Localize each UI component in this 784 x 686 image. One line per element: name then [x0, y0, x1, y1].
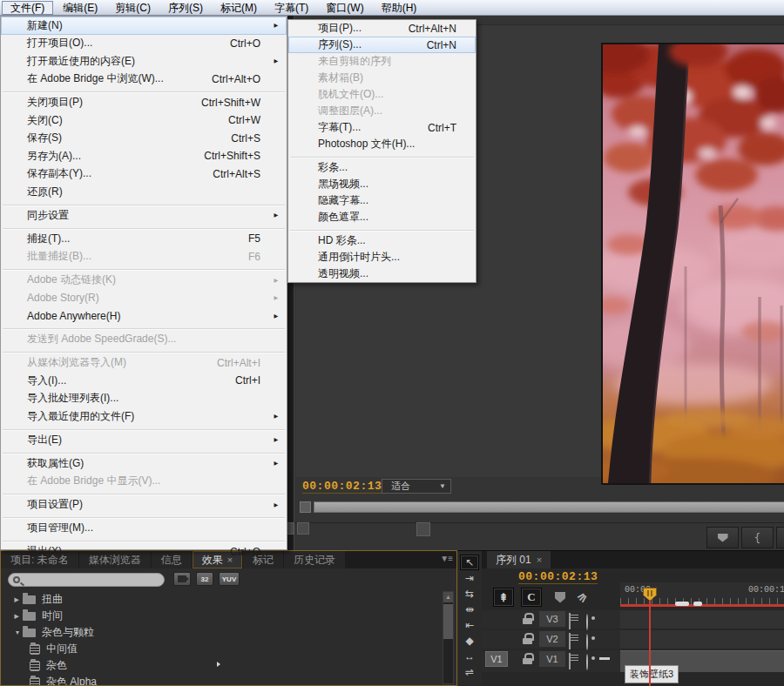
track-output-toggle[interactable]: [586, 635, 588, 650]
track-output-toggle[interactable]: [586, 655, 588, 670]
scroll-up-icon[interactable]: ▲: [443, 592, 453, 602]
razor-tool[interactable]: ◆: [460, 633, 479, 649]
effects-folder-noise-grain[interactable]: 杂色与颗粒: [2, 624, 442, 641]
selection-tool[interactable]: ↖: [460, 555, 479, 570]
submenu-item[interactable]: Photoshop 文件(H)...: [288, 136, 476, 152]
submenu-item[interactable]: HD 彩条...: [288, 232, 476, 249]
effects-folder-time[interactable]: 时间: [2, 608, 442, 624]
file-menu-item[interactable]: 关闭项目(P) Ctrl+Shift+W: [1, 94, 287, 112]
accelerated-effects-filter[interactable]: [173, 572, 191, 586]
add-marker-button[interactable]: [706, 527, 739, 548]
menubar-item[interactable]: 帮助(H): [374, 1, 425, 15]
track-name[interactable]: V1: [539, 651, 565, 667]
file-menu-item[interactable]: 打开项目(O)... Ctrl+O: [1, 35, 287, 53]
twisty-icon[interactable]: [15, 629, 23, 636]
monitor-scrollbar[interactable]: [314, 501, 784, 513]
file-menu-item[interactable]: 在 Adobe Bridge 中显示(V)...: [1, 473, 287, 491]
clip-name-label[interactable]: 装饰壁纸3: [625, 665, 679, 683]
close-tab-icon[interactable]: ×: [537, 555, 542, 565]
file-menu-item[interactable]: 保存(S) Ctrl+S: [1, 130, 287, 148]
menubar-item[interactable]: 剪辑(C): [107, 1, 159, 15]
file-menu-item[interactable]: 保存副本(Y)... Ctrl+Alt+S: [1, 165, 287, 184]
menubar-item[interactable]: 窗口(W): [318, 1, 371, 15]
track-name[interactable]: V3: [539, 611, 565, 627]
file-menu-item[interactable]: 从媒体浏览器导入(M) Ctrl+Alt+I: [1, 354, 287, 373]
linked-selection-button[interactable]: C: [521, 588, 542, 607]
snap-button[interactable]: ⇞: [493, 588, 514, 607]
submenu-item[interactable]: 项目(P)... Ctrl+Alt+N: [288, 20, 476, 37]
program-timecode[interactable]: 00:00:02:13: [302, 480, 382, 494]
file-menu-item[interactable]: 导入最近使用的文件(F): [1, 407, 287, 426]
track-name[interactable]: V2: [539, 631, 565, 647]
file-menu-item[interactable]: 批量捕捉(B)... F6: [1, 248, 287, 266]
twisty-icon[interactable]: [15, 612, 23, 619]
scrollbar-thumb[interactable]: [443, 604, 453, 639]
sync-lock-toggle[interactable]: [569, 614, 571, 629]
track-content[interactable]: [620, 630, 784, 649]
monitor-scroll-button-b[interactable]: [297, 522, 309, 535]
effect-median[interactable]: 中间值: [2, 641, 442, 657]
rolling-edit-tool[interactable]: ⇹: [460, 602, 479, 617]
submenu-item[interactable]: 脱机文件(O)...: [288, 86, 476, 103]
twisty-icon[interactable]: [15, 595, 23, 602]
submenu-item[interactable]: 序列(S)... Ctrl+N: [288, 37, 476, 53]
file-menu-item[interactable]: 项目管理(M)...: [1, 520, 287, 538]
effects-search-input[interactable]: [8, 573, 165, 587]
sequence-tab[interactable]: 序列 01 ×: [487, 551, 551, 568]
file-menu-item[interactable]: 在 Adobe Bridge 中浏览(W)... Ctrl+Alt+O: [1, 71, 287, 89]
file-menu-item[interactable]: 捕捉(T)... F5: [1, 230, 287, 248]
submenu-item[interactable]: 调整图层(A)...: [288, 103, 476, 119]
slip-tool[interactable]: ↔: [460, 649, 479, 664]
effect-noise[interactable]: 杂色: [2, 657, 442, 674]
file-menu-item[interactable]: 项目设置(P): [1, 496, 287, 514]
file-menu-item[interactable]: Adobe Anywhere(H): [1, 307, 287, 326]
effects-folder-distort[interactable]: 扭曲: [2, 591, 442, 608]
submenu-item[interactable]: 彩条...: [288, 159, 476, 176]
file-menu-item[interactable]: 导出(E): [1, 431, 287, 449]
32bit-filter[interactable]: 32: [196, 572, 213, 586]
slide-tool[interactable]: ⇌: [460, 664, 479, 680]
timeline-settings-button[interactable]: ⚞: [572, 588, 593, 607]
monitor-scroll-left-handle[interactable]: [300, 501, 311, 513]
submenu-item[interactable]: 字幕(T)... Ctrl+T: [288, 119, 476, 136]
file-menu-item[interactable]: 另存为(A)... Ctrl+Shift+S: [1, 147, 287, 165]
mark-in-button[interactable]: {: [741, 527, 774, 548]
file-menu-item[interactable]: 打开最近使用的内容(E): [1, 52, 287, 71]
sync-lock-toggle[interactable]: [569, 634, 571, 649]
file-menu-item[interactable]: 退出(X) Ctrl+Q: [1, 543, 287, 562]
ripple-edit-tool[interactable]: ⇆: [460, 586, 479, 602]
file-menu-item[interactable]: 新建(N): [1, 17, 287, 35]
submenu-item[interactable]: 透明视频...: [288, 266, 476, 282]
submenu-item[interactable]: 隐藏字幕...: [288, 192, 476, 209]
sync-lock-toggle[interactable]: [569, 654, 571, 669]
yuv-filter[interactable]: YUV: [219, 572, 240, 586]
menubar-item[interactable]: 标记(M): [213, 1, 265, 15]
track-output-toggle[interactable]: [586, 615, 588, 630]
track-content[interactable]: [620, 610, 784, 629]
panel-tab[interactable]: 历史记录 ×: [284, 551, 345, 568]
file-menu-item[interactable]: 导入批处理列表(I)...: [1, 390, 287, 408]
file-menu-item[interactable]: 导入(I)... Ctrl+I: [1, 372, 287, 390]
menubar-item[interactable]: 编辑(E): [55, 1, 105, 15]
submenu-item[interactable]: 来自剪辑的序列: [288, 53, 476, 70]
submenu-item[interactable]: 黑场视频...: [288, 176, 476, 192]
submenu-item[interactable]: 通用倒计时片头...: [288, 249, 476, 266]
submenu-item[interactable]: 素材箱(B): [288, 70, 476, 86]
menubar-item[interactable]: 字幕(T): [267, 1, 316, 15]
source-patch-toggle[interactable]: V1: [485, 651, 508, 667]
file-menu-item[interactable]: 同步设置: [1, 206, 287, 225]
menubar-item[interactable]: 序列(S): [160, 1, 211, 15]
add-marker-button[interactable]: [550, 588, 571, 607]
timeline-timecode[interactable]: 00:00:02:13: [518, 570, 598, 584]
submenu-item[interactable]: 颜色遮罩...: [288, 209, 476, 225]
file-menu-item[interactable]: 还原(R): [1, 183, 287, 201]
file-menu-item[interactable]: 关闭(C) Ctrl+W: [1, 111, 287, 130]
zoom-level-select[interactable]: 适合 ▼: [382, 479, 451, 494]
mark-out-button[interactable]: [776, 527, 784, 548]
menubar-item[interactable]: 文件(F): [2, 1, 53, 15]
playback-button[interactable]: [416, 522, 430, 536]
file-menu-item[interactable]: Adobe 动态链接(K): [1, 272, 287, 290]
file-menu-item[interactable]: Adobe Story(R): [1, 289, 287, 307]
file-menu-item[interactable]: 获取属性(G): [1, 454, 287, 473]
effects-scrollbar[interactable]: ▲: [443, 591, 454, 684]
